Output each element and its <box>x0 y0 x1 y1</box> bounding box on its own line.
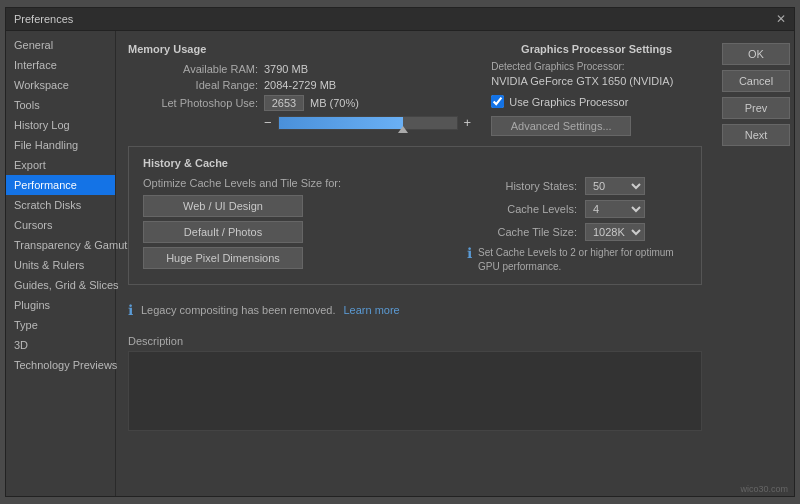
sidebar-item-workspace[interactable]: Workspace <box>6 75 115 95</box>
sidebar-item-export[interactable]: Export <box>6 155 115 175</box>
use-gpu-label: Use Graphics Processor <box>509 96 628 108</box>
slider-track[interactable] <box>278 116 458 130</box>
sidebar-item-transparency-and-gamut[interactable]: Transparency & Gamut <box>6 235 115 255</box>
gpu-title: Graphics Processor Settings <box>491 43 702 55</box>
legacy-info-icon: ℹ <box>128 303 133 317</box>
letuse-input[interactable] <box>264 95 304 111</box>
prev-button[interactable]: Prev <box>722 97 790 119</box>
letuse-label: Let Photoshop Use: <box>128 97 258 109</box>
cache-levels-row: Cache Levels: 4 <box>467 200 687 218</box>
slider-row: − + <box>264 115 471 130</box>
gpu-name: NVIDIA GeForce GTX 1650 (NVIDIA) <box>491 75 702 87</box>
gpu-info-text: Set Cache Levels to 2 or higher for opti… <box>478 246 687 274</box>
history-states-label: History States: <box>467 180 577 192</box>
sidebar-item-scratch-disks[interactable]: Scratch Disks <box>6 195 115 215</box>
title-bar: Preferences ✕ <box>6 8 794 31</box>
cache-left: Optimize Cache Levels and Tile Size for:… <box>143 177 447 274</box>
watermark: wico30.com <box>740 484 788 494</box>
advanced-settings-button[interactable]: Advanced Settings... <box>491 116 631 136</box>
memory-section: Memory Usage Available RAM: 3790 MB Idea… <box>128 43 471 136</box>
legacy-row: ℹ Legacy compositing has been removed. L… <box>128 295 702 321</box>
close-button[interactable]: ✕ <box>776 12 786 26</box>
sidebar-item-type[interactable]: Type <box>6 315 115 335</box>
slider-plus[interactable]: + <box>464 115 472 130</box>
cache-levels-label: Cache Levels: <box>467 203 577 215</box>
letuse-unit: MB (70%) <box>310 97 359 109</box>
legacy-text: Legacy compositing has been removed. <box>141 304 335 316</box>
sidebar-item-file-handling[interactable]: File Handling <box>6 135 115 155</box>
slider-fill <box>279 117 404 129</box>
history-cache-section: History & Cache Optimize Cache Levels an… <box>128 146 702 285</box>
sidebar-item-history-log[interactable]: History Log <box>6 115 115 135</box>
optimize-label: Optimize Cache Levels and Tile Size for: <box>143 177 447 189</box>
history-cache-title: History & Cache <box>143 157 687 169</box>
default-photos-button[interactable]: Default / Photos <box>143 221 303 243</box>
available-row: Available RAM: 3790 MB <box>128 63 471 75</box>
cache-tile-dropdown[interactable]: 1028K <box>585 223 645 241</box>
ok-button[interactable]: OK <box>722 43 790 65</box>
buttons-column: OK Cancel Prev Next <box>714 31 794 496</box>
huge-pixel-button[interactable]: Huge Pixel Dimensions <box>143 247 303 269</box>
use-gpu-checkbox[interactable] <box>491 95 504 108</box>
history-states-row: History States: 50 <box>467 177 687 195</box>
slider-minus[interactable]: − <box>264 115 272 130</box>
sidebar-item-technology-previews[interactable]: Technology Previews <box>6 355 115 375</box>
description-box <box>128 351 702 431</box>
main-content: Memory Usage Available RAM: 3790 MB Idea… <box>116 31 714 496</box>
dialog-title: Preferences <box>14 13 73 25</box>
sidebar-item-plugins[interactable]: Plugins <box>6 295 115 315</box>
dialog-body: GeneralInterfaceWorkspaceToolsHistory Lo… <box>6 31 794 496</box>
learn-more-link[interactable]: Learn more <box>343 304 399 316</box>
cache-right: History States: 50 Cache Levels: 4 <box>467 177 687 274</box>
gpu-section: Graphics Processor Settings Detected Gra… <box>491 43 702 136</box>
cache-levels-dropdown[interactable]: 4 <box>585 200 645 218</box>
description-label: Description <box>128 331 702 351</box>
sidebar: GeneralInterfaceWorkspaceToolsHistory Lo… <box>6 31 116 496</box>
sidebar-item-3d[interactable]: 3D <box>6 335 115 355</box>
sidebar-item-general[interactable]: General <box>6 35 115 55</box>
slider-thumb <box>398 126 408 133</box>
ideal-label: Ideal Range: <box>128 79 258 91</box>
sidebar-item-cursors[interactable]: Cursors <box>6 215 115 235</box>
available-label: Available RAM: <box>128 63 258 75</box>
info-icon: ℹ <box>467 246 472 260</box>
cache-tile-row: Cache Tile Size: 1028K <box>467 223 687 241</box>
description-section: Description <box>128 331 702 431</box>
memory-title: Memory Usage <box>128 43 471 55</box>
sidebar-item-performance[interactable]: Performance <box>6 175 115 195</box>
ideal-row: Ideal Range: 2084-2729 MB <box>128 79 471 91</box>
sidebar-item-tools[interactable]: Tools <box>6 95 115 115</box>
history-cache-row: Optimize Cache Levels and Tile Size for:… <box>143 177 687 274</box>
available-value: 3790 MB <box>264 63 308 75</box>
use-gpu-row: Use Graphics Processor <box>491 95 702 108</box>
top-section: Memory Usage Available RAM: 3790 MB Idea… <box>128 43 702 136</box>
preferences-dialog: Preferences ✕ GeneralInterfaceWorkspaceT… <box>5 7 795 497</box>
letuse-row: Let Photoshop Use: MB (70%) <box>128 95 471 111</box>
sidebar-item-interface[interactable]: Interface <box>6 55 115 75</box>
web-ui-design-button[interactable]: Web / UI Design <box>143 195 303 217</box>
gpu-info-row: ℹ Set Cache Levels to 2 or higher for op… <box>467 246 687 274</box>
sidebar-item-guides,-grid-and-slices[interactable]: Guides, Grid & Slices <box>6 275 115 295</box>
history-states-dropdown[interactable]: 50 <box>585 177 645 195</box>
gpu-detected-label: Detected Graphics Processor: <box>491 61 702 72</box>
ideal-value: 2084-2729 MB <box>264 79 336 91</box>
sidebar-item-units-and-rulers[interactable]: Units & Rulers <box>6 255 115 275</box>
cache-tile-label: Cache Tile Size: <box>467 226 577 238</box>
cancel-button[interactable]: Cancel <box>722 70 790 92</box>
next-button[interactable]: Next <box>722 124 790 146</box>
